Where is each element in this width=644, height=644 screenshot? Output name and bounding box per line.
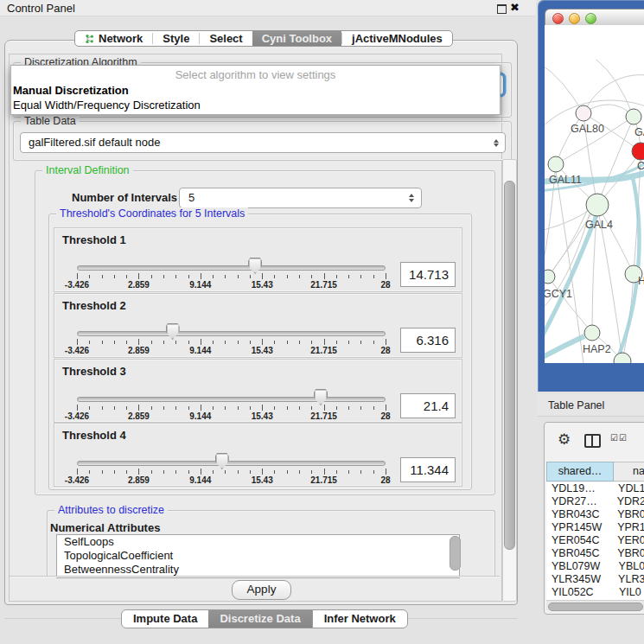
network-window[interactable]: GAL80 GA C GAL11 GAL4 H GCY1 HAP2 (538, 0, 644, 392)
node-hap2[interactable] (584, 325, 600, 341)
table-cell[interactable]: YLR3 (615, 573, 644, 586)
table-cell[interactable]: YBR0 (614, 508, 644, 521)
node-gal11[interactable] (548, 156, 564, 172)
table-cell[interactable]: YBL079W (546, 560, 615, 573)
table-row[interactable]: YLR345WYLR3 (546, 573, 644, 586)
table-row[interactable]: YIL052CYIL0 (546, 586, 644, 599)
zoom-traffic-light[interactable] (585, 13, 596, 24)
tick-mark (311, 275, 312, 278)
select-columns-icons[interactable]: ☑☑ (610, 433, 628, 443)
close-icon[interactable]: ✖ (510, 1, 520, 14)
table-row[interactable]: YPR145WYPR1 (546, 521, 644, 534)
threshold-slider[interactable]: -3.4262.8599.14415.4321.71528 (77, 386, 386, 421)
tab-style[interactable]: Style (153, 31, 199, 46)
popup-option-equal-width[interactable]: Equal Width/Frequency Discretization (11, 98, 500, 112)
tab-network[interactable]: Network (75, 31, 152, 46)
table-row[interactable]: YER054CYER0 (546, 534, 644, 547)
gear-icon[interactable]: ⚙ (558, 430, 571, 449)
split-columns-icon[interactable] (584, 434, 601, 448)
slider-tick-labels: -3.4262.8599.14415.4321.71528 (77, 475, 386, 485)
node-gcy1[interactable] (545, 270, 555, 284)
threshold-value-field[interactable]: 11.344 (400, 457, 456, 482)
table-row[interactable]: YDR27…YDR2 (546, 495, 644, 508)
tab-select[interactable]: Select (200, 31, 252, 46)
table-cell[interactable]: YBR045C (546, 547, 614, 560)
threshold-slider[interactable]: -3.4262.8599.14415.4321.71528 (77, 255, 386, 290)
threshold-value-field[interactable]: 21.4 (400, 393, 456, 418)
table-cell[interactable]: YBR0 (614, 547, 644, 560)
tick-mark (175, 406, 176, 410)
threshold-row: Threshold 3 -3.4262.8599.14415.4321.7152… (54, 359, 462, 423)
popup-option-manual[interactable]: Manual Discretization (11, 83, 500, 98)
attributes-list[interactable]: SelfLoopsTopologicalCoefficientBetweenne… (56, 534, 460, 578)
table-cell[interactable]: YIL0 (615, 586, 641, 599)
float-window-icon[interactable] (497, 4, 507, 14)
slider-handle[interactable] (215, 453, 229, 469)
table-cell[interactable]: YLR345W (546, 573, 615, 586)
table-row[interactable]: YBL079WYBL0 (546, 560, 644, 573)
slider-handle[interactable] (248, 258, 262, 274)
slider-handle[interactable] (166, 323, 180, 340)
network-window-titlebar[interactable] (545, 9, 644, 27)
table-cell[interactable]: YER0 (614, 534, 644, 547)
tick-mark (348, 341, 349, 344)
node-red-selected[interactable] (632, 143, 644, 160)
tab-infer-network[interactable]: Infer Network (312, 610, 407, 628)
apply-button[interactable]: Apply (232, 580, 291, 600)
table-row[interactable]: YBR043CYBR0 (546, 508, 644, 521)
table-cell[interactable]: YDR2 (614, 495, 644, 508)
scrollbar-thumb[interactable] (548, 603, 643, 611)
slider-handle[interactable] (314, 389, 328, 405)
node-label: H (638, 275, 644, 287)
node-top-right[interactable] (626, 109, 641, 124)
table-cell[interactable]: YDL1 (615, 482, 644, 495)
intervals-spinner[interactable]: 5 (179, 188, 422, 208)
slider-track[interactable] (77, 265, 386, 271)
table-cell[interactable]: YER054C (546, 534, 614, 547)
threshold-slider[interactable]: -3.4262.8599.14415.4321.71528 (77, 321, 386, 355)
table-cell[interactable]: YBL0 (615, 560, 644, 573)
tick-mark (360, 275, 361, 278)
tick-mark (225, 275, 226, 278)
threshold-value-field[interactable]: 14.713 (400, 262, 456, 287)
tab-cyni-toolbox[interactable]: Cyni Toolbox (252, 31, 341, 46)
tick-mark (102, 470, 103, 474)
popup-placeholder-option[interactable]: Select algorithm to view settings (11, 67, 500, 83)
column-header-name[interactable]: na (614, 462, 644, 481)
panel-vertical-scrollbar[interactable] (502, 159, 517, 602)
tab-discretize-data[interactable]: Discretize Data (208, 610, 311, 628)
tick-mark (360, 341, 361, 344)
scrollbar-thumb[interactable] (504, 181, 515, 550)
threshold-value-field[interactable]: 6.316 (400, 328, 456, 353)
table-cell[interactable]: YDR27… (546, 495, 614, 508)
tick-mark (238, 275, 239, 278)
attribute-list-item[interactable]: SelfLoops (57, 535, 459, 549)
close-traffic-light[interactable] (552, 13, 564, 24)
tab-impute-data[interactable]: Impute Data (122, 610, 208, 628)
node-gal80[interactable] (576, 105, 591, 121)
tick-mark (114, 275, 115, 278)
tab-jactivemnodules[interactable]: jActiveMNodules (342, 31, 452, 46)
table-cell[interactable]: YDL19… (546, 482, 615, 495)
table-row[interactable]: YDL19…YDL1 (546, 482, 644, 495)
table-data-select[interactable]: galFiltered.sif default node (20, 132, 506, 153)
spinner-arrows-icon[interactable] (409, 188, 414, 207)
minimize-traffic-light[interactable] (569, 13, 580, 24)
table-cell[interactable]: YPR1 (614, 521, 644, 534)
attribute-list-item[interactable]: TopologicalCoefficient (57, 549, 459, 563)
slider-track[interactable] (77, 397, 386, 402)
table-cell[interactable]: YBR043C (546, 508, 614, 521)
attributes-list-scrollbar[interactable] (450, 536, 461, 571)
slider-track[interactable] (77, 461, 386, 466)
table-cell[interactable]: YPR145W (546, 521, 614, 534)
attribute-list-item[interactable]: BetweennessCentrality (57, 563, 459, 577)
tick-label: -3.426 (65, 280, 89, 290)
threshold-slider[interactable]: -3.4262.8599.14415.4321.71528 (77, 450, 386, 485)
node-gal4[interactable] (586, 194, 609, 216)
column-header-shared[interactable]: shared… (546, 462, 614, 481)
table-row[interactable]: YBR045CYBR0 (546, 547, 644, 560)
table-horizontal-scrollbar[interactable] (546, 600, 644, 610)
network-canvas[interactable]: GAL80 GA C GAL11 GAL4 H GCY1 HAP2 (545, 25, 644, 363)
slider-track[interactable] (77, 331, 386, 336)
table-cell[interactable]: YIL052C (546, 586, 615, 599)
